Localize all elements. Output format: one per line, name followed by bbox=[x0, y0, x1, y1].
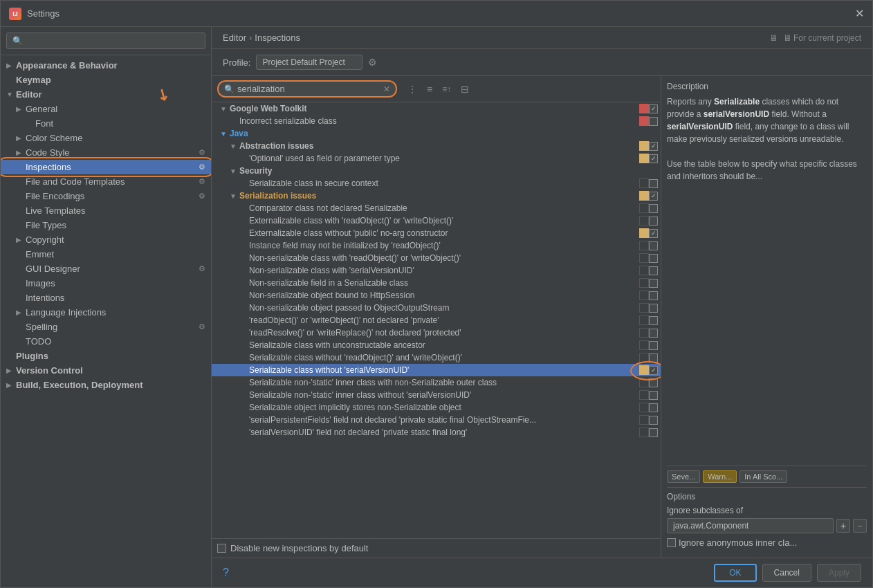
inspection-checkbox[interactable] bbox=[649, 279, 658, 288]
inspection-checkbox[interactable] bbox=[649, 329, 658, 338]
list-item[interactable]: 'readObject()' or 'writeObject()' not de… bbox=[212, 314, 661, 327]
sidebar-item-general[interactable]: ▶ General bbox=[1, 102, 211, 116]
sidebar-item-appearance-behavior[interactable]: ▶ Appearance & Behavior bbox=[1, 58, 211, 73]
filter-button[interactable]: ⋮ bbox=[405, 82, 420, 96]
inspection-optional-field[interactable]: 'Optional' used as field or parameter ty… bbox=[212, 152, 661, 165]
inspection-checkbox[interactable] bbox=[649, 428, 658, 437]
sidebar-item-gui-designer[interactable]: GUI Designer ⚙ bbox=[1, 261, 211, 276]
sidebar-item-font[interactable]: Font bbox=[1, 116, 211, 131]
sidebar-item-intentions[interactable]: Intentions bbox=[1, 291, 211, 305]
list-item[interactable]: Instance field may not be initialized by… bbox=[212, 239, 661, 252]
inspection-checkbox[interactable] bbox=[649, 416, 658, 425]
sidebar-item-file-types[interactable]: File Types bbox=[1, 218, 211, 232]
inspection-serializable-secure[interactable]: Serializable class in secure context bbox=[212, 177, 661, 190]
expand-all-button[interactable]: ≡ bbox=[424, 82, 435, 96]
add-button[interactable]: + bbox=[836, 519, 850, 533]
inspection-label: Non-serializable object passed to Object… bbox=[249, 303, 639, 313]
inspection-checkbox[interactable] bbox=[649, 378, 658, 387]
disable-inspections-checkbox[interactable] bbox=[217, 544, 226, 553]
sidebar-item-file-encodings[interactable]: File Encodings ⚙ bbox=[1, 189, 211, 203]
sidebar-item-file-code-templates[interactable]: File and Code Templates ⚙ bbox=[1, 174, 211, 189]
group-checkbox[interactable] bbox=[649, 142, 658, 151]
inspection-checkbox[interactable] bbox=[649, 217, 658, 226]
severity-level-button[interactable]: Warn... bbox=[703, 470, 737, 483]
list-item[interactable]: Serializable class without 'readObject()… bbox=[212, 351, 661, 364]
sidebar-item-plugins[interactable]: Plugins bbox=[1, 349, 211, 363]
list-item[interactable]: Non-serializable object bound to HttpSes… bbox=[212, 289, 661, 302]
inspection-checkbox[interactable] bbox=[649, 366, 658, 375]
list-item[interactable]: 'serialPersistentFields' field not decla… bbox=[212, 414, 661, 426]
group-abstraction-issues[interactable]: ▼ Abstraction issues bbox=[212, 140, 661, 152]
inspection-checkbox[interactable] bbox=[649, 341, 658, 350]
search-input[interactable] bbox=[237, 84, 383, 94]
group-java[interactable]: ▼ Java bbox=[212, 127, 661, 140]
inspection-checkbox[interactable] bbox=[649, 316, 658, 325]
list-item[interactable]: Serializable non-'static' inner class wi… bbox=[212, 389, 661, 401]
profile-select[interactable]: Project Default Project bbox=[256, 55, 362, 70]
inspection-checkbox[interactable] bbox=[649, 117, 658, 126]
sidebar-item-todo[interactable]: TODO bbox=[1, 334, 211, 349]
list-item[interactable]: Comparator class not declared Serializab… bbox=[212, 202, 661, 214]
ignore-anon-checkbox[interactable] bbox=[667, 538, 676, 547]
inspection-checkbox[interactable] bbox=[649, 204, 658, 213]
inspection-serializable-no-uid[interactable]: Serializable class without 'serialVersio… bbox=[212, 364, 661, 376]
cancel-button[interactable]: Cancel bbox=[762, 564, 811, 582]
group-serialization-issues[interactable]: ▼ Serialization issues bbox=[212, 190, 661, 202]
sidebar-item-spelling[interactable]: Spelling ⚙ bbox=[1, 320, 211, 334]
inspection-checkbox[interactable] bbox=[649, 241, 658, 250]
severity-scope-button[interactable]: In All Sco... bbox=[739, 470, 787, 483]
group-checkbox[interactable] bbox=[649, 192, 658, 201]
list-item[interactable]: 'serialVersionUID' field not declared 'p… bbox=[212, 426, 661, 439]
group-google-web-toolkit[interactable]: ▼ Google Web Toolkit bbox=[212, 102, 661, 115]
ignore-input[interactable] bbox=[667, 518, 834, 533]
for-current-project-button[interactable]: 🖥 🖥 For current project bbox=[769, 33, 861, 43]
sidebar-item-version-control[interactable]: ▶ Version Control bbox=[1, 363, 211, 378]
sidebar-item-editor[interactable]: ▼ Editor ↙ bbox=[1, 87, 211, 102]
sidebar-item-images[interactable]: Images bbox=[1, 276, 211, 291]
inspection-checkbox[interactable] bbox=[649, 179, 658, 188]
profile-gear-icon[interactable]: ⚙ bbox=[368, 57, 377, 68]
inspection-checkbox[interactable] bbox=[649, 391, 658, 400]
inspection-checkbox[interactable] bbox=[649, 353, 658, 362]
inspection-checkbox[interactable] bbox=[649, 254, 658, 263]
remove-button[interactable]: − bbox=[853, 519, 867, 533]
list-item[interactable]: Externalizable class without 'public' no… bbox=[212, 227, 661, 239]
list-item[interactable]: Non-serializable class with 'serialVersi… bbox=[212, 264, 661, 277]
sidebar-item-inspections[interactable]: Inspections ⚙ bbox=[1, 160, 211, 174]
group-checkbox[interactable] bbox=[649, 104, 658, 113]
sidebar-item-code-style[interactable]: ▶ Code Style ⚙ bbox=[1, 145, 211, 160]
inspection-checkbox[interactable] bbox=[649, 304, 658, 313]
list-item[interactable]: Non-serializable class with 'readObject(… bbox=[212, 252, 661, 264]
group-security[interactable]: ▼ Security bbox=[212, 165, 661, 177]
help-button[interactable]: ? bbox=[223, 567, 229, 579]
list-item[interactable]: Serializable non-'static' inner class wi… bbox=[212, 376, 661, 389]
sidebar-item-copyright[interactable]: ▶ Copyright bbox=[1, 232, 211, 247]
list-item[interactable]: 'readResolve()' or 'writeReplace()' not … bbox=[212, 327, 661, 339]
sidebar-item-live-templates[interactable]: Live Templates bbox=[1, 203, 211, 218]
list-item[interactable]: Externalizable class with 'readObject()'… bbox=[212, 214, 661, 227]
list-item[interactable]: Serializable object implicitly stores no… bbox=[212, 401, 661, 414]
list-item[interactable]: Serializable class with unconstructable … bbox=[212, 339, 661, 351]
sidebar-item-keymap[interactable]: Keymap bbox=[1, 73, 211, 87]
inspection-checkbox[interactable] bbox=[649, 291, 658, 300]
sidebar-search-input[interactable] bbox=[6, 33, 205, 49]
sidebar-item-build-execution[interactable]: ▶ Build, Execution, Deployment bbox=[1, 378, 211, 392]
ok-button[interactable]: OK bbox=[714, 564, 756, 582]
inspection-checkbox[interactable] bbox=[649, 154, 658, 163]
list-item[interactable]: Non-serializable field in a Serializable… bbox=[212, 277, 661, 289]
list-item[interactable]: Non-serializable object passed to Object… bbox=[212, 302, 661, 314]
inspection-incorrect-serializable[interactable]: Incorrect serializable class bbox=[212, 115, 661, 127]
group-button[interactable]: ⊟ bbox=[458, 82, 472, 96]
collapse-all-button[interactable]: ≡↑ bbox=[439, 83, 454, 95]
apply-button[interactable]: Apply bbox=[817, 564, 861, 582]
inspection-checkbox[interactable] bbox=[649, 229, 658, 238]
sidebar-item-color-scheme[interactable]: ▶ Color Scheme bbox=[1, 131, 211, 145]
close-button[interactable]: ✕ bbox=[855, 7, 864, 20]
search-clear-icon[interactable]: ✕ bbox=[383, 84, 390, 94]
inspection-checkbox[interactable] bbox=[649, 403, 658, 412]
inspection-checkbox[interactable] bbox=[649, 266, 658, 275]
severity-button[interactable]: Seve... bbox=[667, 470, 700, 483]
sidebar-search-area[interactable] bbox=[1, 27, 211, 55]
sidebar-item-language-injections[interactable]: ▶ Language Injections bbox=[1, 305, 211, 320]
sidebar-item-emmet[interactable]: Emmet bbox=[1, 247, 211, 261]
